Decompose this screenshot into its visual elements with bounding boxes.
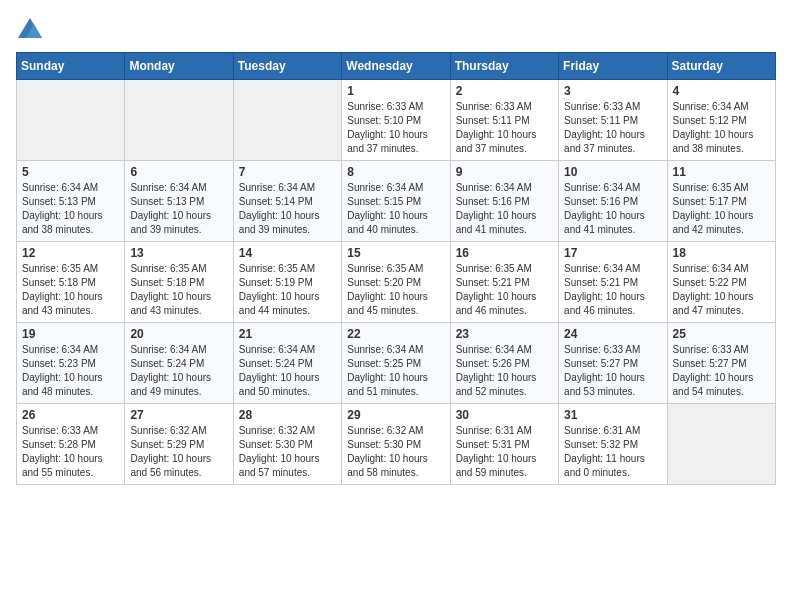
calendar-table: SundayMondayTuesdayWednesdayThursdayFrid… [16,52,776,485]
day-number: 19 [22,327,119,341]
day-info: Sunrise: 6:32 AM Sunset: 5:29 PM Dayligh… [130,424,227,480]
calendar-cell: 14Sunrise: 6:35 AM Sunset: 5:19 PM Dayli… [233,242,341,323]
week-row-1: 1Sunrise: 6:33 AM Sunset: 5:10 PM Daylig… [17,80,776,161]
calendar-cell [125,80,233,161]
day-info: Sunrise: 6:34 AM Sunset: 5:25 PM Dayligh… [347,343,444,399]
day-number: 29 [347,408,444,422]
logo [16,16,48,44]
day-info: Sunrise: 6:32 AM Sunset: 5:30 PM Dayligh… [347,424,444,480]
day-number: 5 [22,165,119,179]
day-number: 15 [347,246,444,260]
day-info: Sunrise: 6:35 AM Sunset: 5:21 PM Dayligh… [456,262,553,318]
day-number: 30 [456,408,553,422]
day-header-thursday: Thursday [450,53,558,80]
day-number: 23 [456,327,553,341]
day-number: 17 [564,246,661,260]
calendar-cell: 30Sunrise: 6:31 AM Sunset: 5:31 PM Dayli… [450,404,558,485]
day-info: Sunrise: 6:31 AM Sunset: 5:31 PM Dayligh… [456,424,553,480]
calendar-cell: 19Sunrise: 6:34 AM Sunset: 5:23 PM Dayli… [17,323,125,404]
calendar-cell: 8Sunrise: 6:34 AM Sunset: 5:15 PM Daylig… [342,161,450,242]
calendar-cell: 12Sunrise: 6:35 AM Sunset: 5:18 PM Dayli… [17,242,125,323]
day-header-friday: Friday [559,53,667,80]
day-number: 28 [239,408,336,422]
day-header-saturday: Saturday [667,53,775,80]
calendar-cell: 9Sunrise: 6:34 AM Sunset: 5:16 PM Daylig… [450,161,558,242]
day-info: Sunrise: 6:35 AM Sunset: 5:18 PM Dayligh… [130,262,227,318]
calendar-header: SundayMondayTuesdayWednesdayThursdayFrid… [17,53,776,80]
day-number: 21 [239,327,336,341]
day-info: Sunrise: 6:34 AM Sunset: 5:13 PM Dayligh… [22,181,119,237]
day-number: 2 [456,84,553,98]
day-info: Sunrise: 6:34 AM Sunset: 5:12 PM Dayligh… [673,100,770,156]
day-number: 7 [239,165,336,179]
calendar-cell: 3Sunrise: 6:33 AM Sunset: 5:11 PM Daylig… [559,80,667,161]
calendar-cell: 24Sunrise: 6:33 AM Sunset: 5:27 PM Dayli… [559,323,667,404]
day-number: 16 [456,246,553,260]
week-row-3: 12Sunrise: 6:35 AM Sunset: 5:18 PM Dayli… [17,242,776,323]
day-number: 27 [130,408,227,422]
day-info: Sunrise: 6:33 AM Sunset: 5:10 PM Dayligh… [347,100,444,156]
day-info: Sunrise: 6:34 AM Sunset: 5:24 PM Dayligh… [130,343,227,399]
calendar-cell: 1Sunrise: 6:33 AM Sunset: 5:10 PM Daylig… [342,80,450,161]
day-info: Sunrise: 6:34 AM Sunset: 5:26 PM Dayligh… [456,343,553,399]
day-number: 11 [673,165,770,179]
calendar-cell: 22Sunrise: 6:34 AM Sunset: 5:25 PM Dayli… [342,323,450,404]
day-info: Sunrise: 6:34 AM Sunset: 5:13 PM Dayligh… [130,181,227,237]
day-info: Sunrise: 6:33 AM Sunset: 5:28 PM Dayligh… [22,424,119,480]
calendar-cell: 21Sunrise: 6:34 AM Sunset: 5:24 PM Dayli… [233,323,341,404]
day-number: 9 [456,165,553,179]
day-number: 26 [22,408,119,422]
day-number: 14 [239,246,336,260]
day-info: Sunrise: 6:35 AM Sunset: 5:20 PM Dayligh… [347,262,444,318]
day-info: Sunrise: 6:33 AM Sunset: 5:11 PM Dayligh… [564,100,661,156]
day-info: Sunrise: 6:34 AM Sunset: 5:23 PM Dayligh… [22,343,119,399]
calendar-cell [17,80,125,161]
logo-icon [16,16,44,44]
day-info: Sunrise: 6:32 AM Sunset: 5:30 PM Dayligh… [239,424,336,480]
day-number: 24 [564,327,661,341]
day-number: 3 [564,84,661,98]
day-info: Sunrise: 6:34 AM Sunset: 5:22 PM Dayligh… [673,262,770,318]
calendar-cell: 17Sunrise: 6:34 AM Sunset: 5:21 PM Dayli… [559,242,667,323]
day-info: Sunrise: 6:34 AM Sunset: 5:21 PM Dayligh… [564,262,661,318]
calendar-cell: 10Sunrise: 6:34 AM Sunset: 5:16 PM Dayli… [559,161,667,242]
day-number: 25 [673,327,770,341]
calendar-cell: 29Sunrise: 6:32 AM Sunset: 5:30 PM Dayli… [342,404,450,485]
calendar-cell: 4Sunrise: 6:34 AM Sunset: 5:12 PM Daylig… [667,80,775,161]
calendar-cell: 27Sunrise: 6:32 AM Sunset: 5:29 PM Dayli… [125,404,233,485]
calendar-cell: 23Sunrise: 6:34 AM Sunset: 5:26 PM Dayli… [450,323,558,404]
day-header-sunday: Sunday [17,53,125,80]
calendar-cell: 16Sunrise: 6:35 AM Sunset: 5:21 PM Dayli… [450,242,558,323]
day-number: 4 [673,84,770,98]
day-number: 20 [130,327,227,341]
day-info: Sunrise: 6:34 AM Sunset: 5:24 PM Dayligh… [239,343,336,399]
calendar-cell [667,404,775,485]
day-number: 22 [347,327,444,341]
day-info: Sunrise: 6:33 AM Sunset: 5:11 PM Dayligh… [456,100,553,156]
day-number: 13 [130,246,227,260]
calendar-cell: 26Sunrise: 6:33 AM Sunset: 5:28 PM Dayli… [17,404,125,485]
calendar-cell: 5Sunrise: 6:34 AM Sunset: 5:13 PM Daylig… [17,161,125,242]
day-header-monday: Monday [125,53,233,80]
day-info: Sunrise: 6:33 AM Sunset: 5:27 PM Dayligh… [673,343,770,399]
day-number: 12 [22,246,119,260]
day-number: 10 [564,165,661,179]
calendar-cell: 7Sunrise: 6:34 AM Sunset: 5:14 PM Daylig… [233,161,341,242]
calendar-cell: 15Sunrise: 6:35 AM Sunset: 5:20 PM Dayli… [342,242,450,323]
week-row-4: 19Sunrise: 6:34 AM Sunset: 5:23 PM Dayli… [17,323,776,404]
day-number: 6 [130,165,227,179]
day-info: Sunrise: 6:35 AM Sunset: 5:19 PM Dayligh… [239,262,336,318]
week-row-5: 26Sunrise: 6:33 AM Sunset: 5:28 PM Dayli… [17,404,776,485]
calendar-cell: 28Sunrise: 6:32 AM Sunset: 5:30 PM Dayli… [233,404,341,485]
day-number: 1 [347,84,444,98]
calendar-cell: 13Sunrise: 6:35 AM Sunset: 5:18 PM Dayli… [125,242,233,323]
calendar-cell: 11Sunrise: 6:35 AM Sunset: 5:17 PM Dayli… [667,161,775,242]
day-number: 8 [347,165,444,179]
calendar-cell: 20Sunrise: 6:34 AM Sunset: 5:24 PM Dayli… [125,323,233,404]
calendar-cell: 2Sunrise: 6:33 AM Sunset: 5:11 PM Daylig… [450,80,558,161]
day-number: 31 [564,408,661,422]
calendar-cell: 31Sunrise: 6:31 AM Sunset: 5:32 PM Dayli… [559,404,667,485]
day-info: Sunrise: 6:34 AM Sunset: 5:16 PM Dayligh… [564,181,661,237]
calendar-cell: 18Sunrise: 6:34 AM Sunset: 5:22 PM Dayli… [667,242,775,323]
calendar-cell [233,80,341,161]
